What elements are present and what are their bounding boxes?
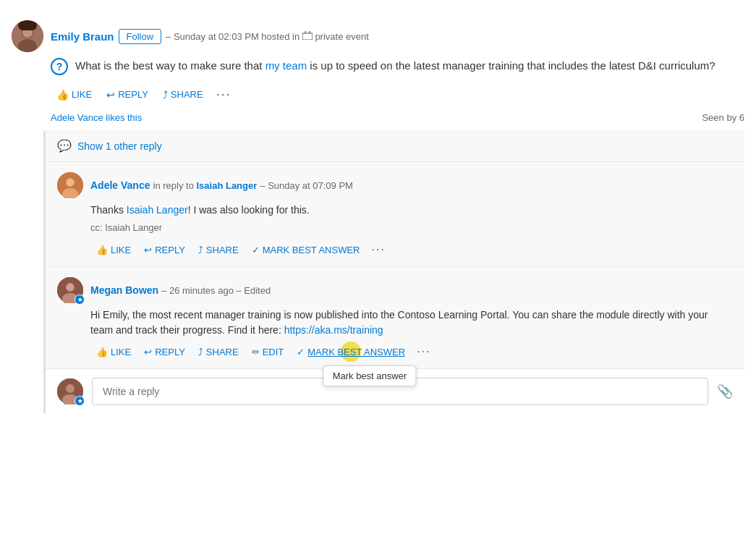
likes-text: Adele Vance likes this	[51, 112, 142, 123]
share-icon: ⤴	[198, 245, 203, 255]
reply-actions-adele: 👍 LIKE ↩ REPLY ⤴ SHARE ✓ MARK BEST ANSWE…	[90, 240, 733, 259]
reply-reply-btn-megan[interactable]: ↩ REPLY	[138, 344, 191, 360]
show-replies-icon: 💬	[57, 139, 72, 153]
reply-text-megan: Hi Emily, the most recent manager traini…	[90, 308, 733, 338]
post-container: Emily Braun Follow – Sunday at 02:03 PM …	[12, 12, 744, 423]
reply-mention-isaiah[interactable]: Isaiah Langer	[127, 204, 188, 216]
post-actions-row: 👍 LIKE ↩ REPLY ⤴ SHARE ···	[51, 84, 744, 105]
reply-time-megan: – 26 minutes ago – Edited	[161, 285, 271, 296]
svg-rect-4	[18, 20, 37, 30]
share-label: SHARE	[206, 245, 239, 255]
svg-point-13	[67, 284, 74, 291]
replies-container: 💬 Show 1 other reply Adele Vance in repl…	[43, 130, 744, 414]
show-more-replies[interactable]: 💬 Show 1 other reply	[46, 130, 744, 162]
mark-best-label: MARK BEST ANSWER	[263, 245, 360, 255]
current-user-badge: ★	[75, 396, 85, 406]
mark-best-tooltip-container: ✓ MARK BEST ANSWER Mark best answer	[291, 344, 411, 360]
more-options-btn-adele[interactable]: ···	[368, 240, 390, 259]
reply-edit-btn-megan[interactable]: ✏ EDIT	[246, 344, 290, 360]
show-more-label: Show 1 other reply	[77, 140, 162, 152]
reply-like-btn-megan[interactable]: 👍 LIKE	[90, 344, 137, 360]
more-options-button[interactable]: ···	[212, 84, 236, 105]
checkmark-icon: ✓	[252, 245, 260, 255]
reply-in-reply-link[interactable]: Isaiah Langer	[196, 180, 257, 191]
post-meta: Emily Braun Follow – Sunday at 02:03 PM …	[51, 29, 369, 44]
like-label: LIKE	[72, 89, 92, 100]
like-icon: 👍	[96, 347, 108, 357]
post-question: ? What is the best way to make sure that…	[51, 58, 744, 75]
reply-button[interactable]: ↩ REPLY	[101, 86, 154, 103]
reply-item-megan: ★ Megan Bowen – 26 minutes ago – Edited …	[46, 267, 744, 369]
mark-best-label: MARK BEST ANSWER	[307, 347, 405, 357]
mark-best-answer-btn-megan[interactable]: ✓ MARK BEST ANSWER	[291, 344, 411, 360]
reply-label: REPLY	[155, 245, 185, 255]
reply-text-adele: Thanks Isaiah Langer! I was also looking…	[90, 203, 733, 218]
reply-body-adele: Thanks Isaiah Langer! I was also looking…	[90, 203, 733, 259]
time-text: – Sunday at 02:03 PM hosted in	[166, 31, 300, 42]
likes-seen-row: Adele Vance likes this Seen by 6	[51, 109, 744, 123]
mark-best-tooltip: Mark best answer	[323, 365, 417, 386]
like-button[interactable]: 👍 LIKE	[51, 86, 98, 103]
reply-body-megan: Hi Emily, the most recent manager traini…	[90, 308, 733, 361]
reply-share-btn-megan[interactable]: ⤴ SHARE	[192, 344, 245, 360]
reply-in-reply: in reply to Isaiah Langer	[153, 180, 258, 191]
reply-actions-megan: 👍 LIKE ↩ REPLY ⤴ SHARE ✏ EDIT	[90, 342, 733, 361]
svg-point-9	[67, 179, 74, 186]
reply-author-megan: Megan Bowen	[90, 284, 158, 296]
reply-label: REPLY	[155, 347, 185, 357]
private-event-icon	[302, 31, 313, 40]
reply-label: REPLY	[118, 89, 148, 100]
like-icon: 👍	[56, 89, 69, 101]
current-user-avatar: ★	[57, 378, 83, 404]
reply-header: Adele Vance in reply to Isaiah Langer – …	[57, 172, 733, 198]
reply-share-btn-adele[interactable]: ⤴ SHARE	[192, 242, 245, 258]
share-button[interactable]: ⤴ SHARE	[157, 86, 209, 103]
training-link[interactable]: https://aka.ms/training	[284, 324, 383, 336]
like-icon: 👍	[96, 245, 108, 255]
emily-avatar-img	[12, 20, 43, 52]
reply-time-adele: – Sunday at 07:09 PM	[260, 180, 353, 191]
reply-cc-adele: cc: Isaiah Langer	[90, 222, 733, 233]
reply-author-adele: Adele Vance	[90, 179, 150, 191]
post-author-name: Emily Braun	[51, 30, 114, 43]
highlight-team: my team	[266, 59, 307, 72]
private-event-label: private event	[315, 31, 368, 42]
reply-reply-btn-adele[interactable]: ↩ REPLY	[138, 242, 191, 258]
mark-best-answer-btn-adele[interactable]: ✓ MARK BEST ANSWER	[246, 242, 366, 258]
edit-label: EDIT	[263, 347, 284, 357]
reply-meta-megan: Megan Bowen – 26 minutes ago – Edited	[90, 284, 271, 296]
edit-icon: ✏	[252, 347, 260, 357]
reply-avatar-adele	[57, 172, 83, 198]
question-icon: ?	[51, 58, 68, 75]
share-icon: ⤴	[198, 347, 203, 357]
reply-like-btn-adele[interactable]: 👍 LIKE	[90, 242, 137, 258]
reply-meta-adele: Adele Vance in reply to Isaiah Langer – …	[90, 179, 353, 191]
reply-icon: ↩	[144, 245, 152, 255]
reply-header-megan: ★ Megan Bowen – 26 minutes ago – Edited	[57, 277, 733, 303]
reply-avatar-megan: ★	[57, 277, 83, 303]
reply-item: Adele Vance in reply to Isaiah Langer – …	[46, 162, 744, 267]
svg-point-15	[66, 384, 75, 393]
reply-icon: ↩	[106, 89, 115, 101]
reply-icon: ↩	[144, 347, 152, 357]
avatar	[12, 20, 43, 52]
share-label: SHARE	[206, 347, 239, 357]
svg-rect-5	[302, 33, 313, 40]
megan-expert-badge: ★	[75, 294, 85, 305]
like-label: LIKE	[111, 347, 131, 357]
share-icon: ⤴	[163, 89, 168, 101]
post-header: Emily Braun Follow – Sunday at 02:03 PM …	[12, 20, 744, 52]
post-time: – Sunday at 02:03 PM hosted in private e…	[166, 31, 369, 42]
share-label: SHARE	[171, 89, 203, 100]
more-options-btn-megan[interactable]: ···	[412, 342, 435, 361]
attachment-icon[interactable]: 📎	[717, 383, 733, 399]
like-label: LIKE	[111, 245, 131, 255]
follow-button[interactable]: Follow	[119, 29, 162, 44]
question-text: What is the best way to make sure that m…	[75, 58, 715, 75]
seen-text: Seen by 6	[702, 112, 744, 123]
checkmark-icon: ✓	[297, 347, 305, 357]
